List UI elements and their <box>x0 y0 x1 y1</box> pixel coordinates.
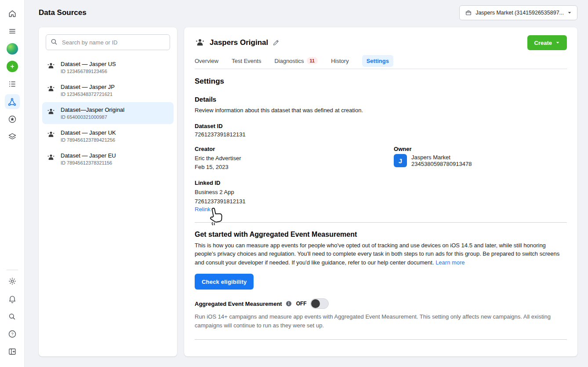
dataset-name: Dataset — Jasper JP <box>61 84 115 90</box>
search-input[interactable] <box>46 34 170 50</box>
dataset-icon <box>47 61 55 71</box>
tab-bar: Overview Test Events Diagnostics 11 Hist… <box>195 57 567 69</box>
diagnostics-count-badge: 11 <box>307 57 318 64</box>
events-manager-icon[interactable] <box>5 94 20 109</box>
info-icon[interactable] <box>286 301 292 307</box>
dataset-id: ID 789456123789421256 <box>61 137 116 143</box>
dataset-id-label: Dataset ID <box>195 123 567 129</box>
aem-toggle-label: Aggregated Event Measurement <box>195 301 282 307</box>
dataset-list-panel: Dataset — Jasper US ID 123456789123456 D… <box>39 27 177 356</box>
owner-block: Owner J Jaspers Market 23453805987809134… <box>394 146 567 172</box>
dataset-id: ID 123456789123456 <box>61 69 116 74</box>
help-icon[interactable]: ? <box>5 327 20 341</box>
bottom-divider <box>195 339 567 340</box>
dataset-name: Dataset — Jasper US <box>61 61 116 67</box>
dataset-icon <box>47 107 55 117</box>
creator-label: Creator <box>195 146 394 152</box>
search-rail-icon[interactable] <box>5 309 20 324</box>
dataset-id: ID 78945612378321156 <box>61 160 116 165</box>
list-item-dataset-jasper-eu[interactable]: Dataset — Jasper EU ID 78945612378321156 <box>42 148 174 170</box>
tab-test-events[interactable]: Test Events <box>232 58 261 64</box>
dataset-icon <box>47 84 55 94</box>
details-heading: Details <box>195 95 567 103</box>
create-button[interactable]: Create <box>527 35 567 50</box>
aem-description: This is how you can measure app events f… <box>195 242 559 266</box>
star-badge-icon[interactable] <box>5 112 20 127</box>
details-description: Review information about this dataset th… <box>195 106 567 115</box>
creator-date: Feb 15, 2023 <box>195 163 394 172</box>
section-divider <box>195 222 567 223</box>
create-button-label: Create <box>534 40 552 46</box>
menu-icon[interactable] <box>5 24 20 39</box>
dataset-name: Dataset—Jasper Original <box>61 106 124 113</box>
tab-history[interactable]: History <box>331 58 348 64</box>
tab-settings[interactable]: Settings <box>362 55 393 67</box>
list-item-dataset-jasper-original[interactable]: Dataset—Jasper Original ID 6540003210009… <box>42 102 174 124</box>
aem-toggle[interactable] <box>310 298 329 309</box>
dataset-icon <box>47 130 55 140</box>
dataset-icon <box>195 37 205 49</box>
create-plus-icon[interactable] <box>5 59 20 74</box>
chevron-down-icon <box>567 11 572 15</box>
owner-label: Owner <box>394 146 567 152</box>
owner-name: Jaspers Market <box>411 154 472 161</box>
linked-id-label: Linked ID <box>195 180 567 186</box>
owner-avatar: J <box>394 154 407 167</box>
home-icon[interactable] <box>5 6 20 21</box>
dataset-id-value: 7261237391812131 <box>195 131 567 138</box>
tab-overview[interactable]: Overview <box>195 58 218 64</box>
learn-more-link[interactable]: Learn more <box>436 259 465 266</box>
search-icon <box>50 38 58 47</box>
list-item-dataset-jasper-uk[interactable]: Dataset — Jasper UK ID 78945612378942125… <box>42 125 174 147</box>
dataset-name: Dataset — Jasper EU <box>61 152 116 159</box>
business-account-selector[interactable]: Jaspers Market (31415926535897... <box>459 5 577 20</box>
top-bar: Data Sources Jaspers Market (31415926535… <box>25 0 588 26</box>
linked-id-value: 7261237391812131 <box>195 197 567 206</box>
list-item-dataset-jasper-jp[interactable]: Dataset — Jasper JP ID 12345348372721621 <box>42 79 174 101</box>
business-selector-label: Jaspers Market (31415926535897... <box>475 10 564 16</box>
rail-divider <box>7 270 18 270</box>
dataset-name: Dataset — Jasper UK <box>61 129 116 136</box>
aem-toggle-state: OFF <box>296 301 307 307</box>
creator-name: Eric the Advertiser <box>195 154 394 163</box>
dataset-id: ID 654000321000987 <box>61 114 124 120</box>
list-item-dataset-jasper-us[interactable]: Dataset — Jasper US ID 123456789123456 <box>42 56 174 78</box>
dataset-icon <box>47 153 55 163</box>
settings-heading: Settings <box>195 77 567 86</box>
layers-icon[interactable] <box>5 129 20 144</box>
edit-name-icon[interactable] <box>272 39 279 46</box>
chevron-down-icon <box>555 40 560 45</box>
aem-toggle-description: Run iOS 14+ campaigns and measure app ev… <box>195 312 567 330</box>
dataset-detail-panel: Jaspers Original Create Overview Test Ev… <box>184 27 577 356</box>
aem-heading: Get started with Aggregated Event Measur… <box>195 231 567 239</box>
profile-logo[interactable] <box>5 41 20 56</box>
linked-id-block: Linked ID Business 2 App 726123739181213… <box>195 180 567 212</box>
tab-diagnostics[interactable]: Diagnostics 11 <box>274 57 318 64</box>
check-eligibility-button[interactable]: Check eligibility <box>195 274 254 290</box>
notifications-bell-icon[interactable] <box>5 291 20 306</box>
svg-text:?: ? <box>11 332 13 336</box>
relink-link[interactable]: Relink <box>195 206 211 213</box>
list-icon[interactable] <box>5 77 20 92</box>
entity-title: Jaspers Original <box>210 38 268 47</box>
linked-app-name: Business 2 App <box>195 188 567 197</box>
expand-panel-icon[interactable] <box>5 344 20 359</box>
page-title: Data Sources <box>39 8 87 17</box>
settings-gear-icon[interactable] <box>5 274 20 289</box>
business-icon <box>465 9 472 16</box>
icon-rail: ? <box>0 0 25 367</box>
owner-id: 2345380598780913478 <box>411 161 472 167</box>
dataset-id: ID 12345348372721621 <box>61 92 115 97</box>
tab-diagnostics-label: Diagnostics <box>274 58 304 64</box>
creator-block: Creator Eric the Advertiser Feb 15, 2023 <box>195 146 394 172</box>
